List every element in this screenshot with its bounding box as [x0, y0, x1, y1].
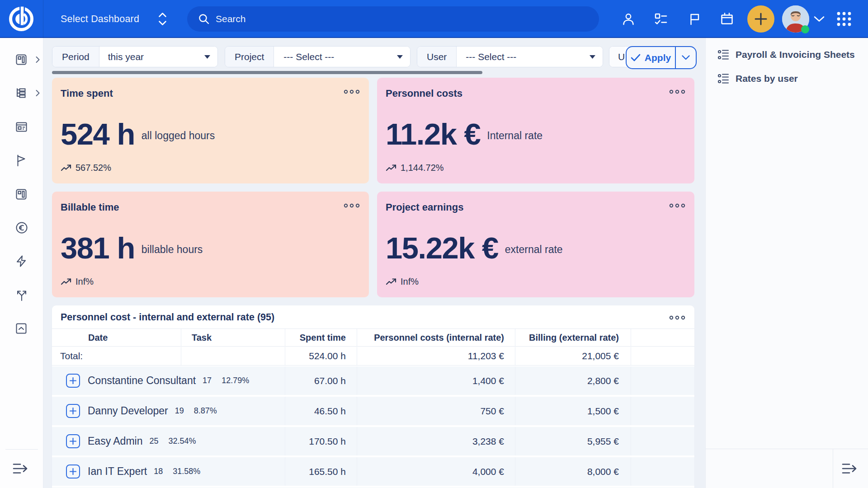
kpi-trend-value: Inf% — [75, 277, 94, 287]
column-header-date[interactable]: Date — [52, 329, 181, 346]
lightning-bolt-icon — [16, 255, 27, 267]
apply-button[interactable]: Apply — [627, 47, 676, 68]
row-empty-cell — [631, 366, 694, 395]
left-sidebar — [0, 38, 43, 488]
right-sidebar: Payroll & Invoicing Sheets Rates by user — [705, 38, 868, 488]
dashboard-icon — [16, 54, 27, 65]
app-logo-icon[interactable] — [7, 5, 36, 33]
trend-up-icon — [61, 278, 72, 286]
period-filter[interactable]: Period this year — [52, 46, 218, 67]
sidebar-item-quick-actions[interactable] — [0, 250, 43, 272]
sidebar-item-boards[interactable] — [0, 183, 43, 205]
horizontal-scrollbar[interactable] — [52, 71, 482, 74]
table-row: Danny Developer 19 8.87% 46.50 h 750 € 1… — [52, 397, 694, 425]
caret-down-icon — [397, 55, 403, 59]
kpi-menu-dots-icon[interactable] — [669, 89, 687, 95]
chevron-right-icon — [35, 56, 40, 63]
plus-icon — [70, 468, 76, 475]
row-user-name[interactable]: Danny Developer — [88, 405, 168, 417]
row-percent: 12.79% — [222, 376, 249, 385]
sidebar-item-project-tree[interactable] — [0, 82, 43, 104]
kpi-card-personnel-costs: Personnel costs 11.2k € Internal rate 1,… — [377, 78, 694, 183]
row-user-name[interactable]: Ian IT Expert — [88, 465, 147, 478]
row-personnel-costs: 1,400 € — [357, 366, 515, 395]
project-filter[interactable]: Project --- Select --- — [225, 46, 410, 67]
expand-row-button[interactable] — [66, 404, 80, 418]
apply-options-button[interactable] — [676, 47, 696, 68]
kpi-card-project-earnings: Project earnings 15.22k € external rate … — [377, 192, 694, 297]
user-avatar[interactable] — [782, 5, 809, 33]
kpi-title: Project earnings — [386, 202, 463, 213]
kpi-caption: Internal rate — [487, 130, 542, 142]
row-billing: 8,000 € — [515, 457, 631, 486]
calendar-icon[interactable] — [721, 13, 733, 25]
period-filter-value: this year — [108, 52, 144, 62]
period-filter-label: Period — [52, 47, 99, 67]
row-spent-time: 170.50 h — [285, 427, 357, 455]
trend-up-icon — [61, 164, 72, 172]
row-task-count: 18 — [154, 467, 163, 476]
period-filter-select[interactable]: this year — [99, 47, 217, 67]
table-menu-dots-icon[interactable] — [669, 315, 685, 320]
kpi-menu-dots-icon[interactable] — [344, 203, 362, 209]
row-spent-time: 67.00 h — [285, 366, 357, 395]
kpi-value: 11.2k € — [386, 119, 480, 149]
kpi-menu-dots-icon[interactable] — [669, 203, 687, 209]
kpi-trend-value: 567.52% — [75, 163, 111, 173]
project-filter-select[interactable]: --- Select --- — [274, 47, 410, 67]
sidebar-footer-divider — [5, 449, 38, 450]
column-header-billing[interactable]: Billing (external rate) — [515, 329, 631, 346]
apps-grid-icon[interactable] — [836, 11, 852, 27]
search-input[interactable]: Search — [187, 6, 599, 32]
sidebar-item-money[interactable] — [0, 217, 43, 239]
row-name-cell: Constantine Consultant 17 12.79% — [52, 366, 285, 395]
user-filter[interactable]: User --- Select --- — [417, 46, 603, 67]
sidebar-item-workflow[interactable] — [0, 284, 43, 306]
row-personnel-costs: 750 € — [357, 397, 515, 425]
expand-sidebar-button[interactable] — [13, 462, 30, 475]
add-new-button[interactable] — [747, 5, 774, 33]
kpi-title: Personnel costs — [386, 88, 462, 99]
kpi-title: Time spent — [61, 88, 113, 99]
column-header-spent-time[interactable]: Spent time — [285, 329, 357, 346]
apply-button-label: Apply — [645, 52, 671, 63]
kpi-card-time-spent: Time spent 524 h all logged hours 567.52… — [52, 78, 369, 183]
row-billing: 5,955 € — [515, 427, 631, 455]
row-name-cell: Easy Admin 25 32.54% — [52, 427, 285, 455]
avatar-menu-chevron-icon[interactable] — [814, 16, 825, 22]
sidebar-item-milestones[interactable] — [0, 150, 43, 171]
kpi-value: 524 h — [61, 119, 135, 149]
split-arrows-icon — [16, 289, 28, 301]
table-header-row: Date Task Spent time Personnel costs (in… — [52, 328, 694, 347]
expand-row-button[interactable] — [66, 434, 80, 448]
expand-row-button[interactable] — [66, 374, 80, 388]
flag-icon[interactable] — [688, 13, 700, 25]
row-percent: 8.87% — [194, 406, 217, 416]
column-header-personnel-costs[interactable]: Personnel costs (internal rate) — [357, 329, 515, 346]
collapse-sidebar-button[interactable] — [842, 462, 859, 475]
sidebar-item-payroll-invoicing[interactable]: Payroll & Invoicing Sheets — [706, 44, 868, 65]
total-spent-time: 524.00 h — [285, 347, 357, 365]
row-user-name[interactable]: Constantine Consultant — [88, 375, 196, 387]
sidebar-item-dashboards[interactable] — [0, 49, 43, 70]
expand-row-button[interactable] — [66, 465, 80, 479]
column-header-task[interactable]: Task — [181, 329, 285, 346]
topbar: Select Dashboard Search — [0, 0, 868, 38]
row-spent-time: 46.50 h — [285, 397, 357, 425]
sidebar-item-archive[interactable] — [0, 318, 43, 339]
sidebar-item-news[interactable] — [0, 116, 43, 138]
table-row: Easy Admin 25 32.54% 170.50 h 3,238 € 5,… — [52, 427, 694, 455]
kpi-menu-dots-icon[interactable] — [344, 89, 362, 95]
user-filter-select[interactable]: --- Select --- — [457, 47, 603, 67]
task-list-icon[interactable] — [655, 13, 667, 25]
chevron-right-icon — [35, 89, 40, 97]
dashboard-selector[interactable]: Select Dashboard — [61, 0, 167, 38]
kpi-value: 381 h — [61, 233, 135, 263]
dashboard-icon — [16, 189, 27, 200]
row-user-name[interactable]: Easy Admin — [88, 435, 142, 447]
truncated-filter-label: U — [609, 47, 625, 67]
sidebar-item-rates-by-user[interactable]: Rates by user — [706, 68, 868, 89]
kpi-card-billable-time: Billable time 381 h billable hours Inf% — [52, 192, 369, 297]
topbar-separator — [43, 0, 43, 38]
user-profile-icon[interactable] — [622, 13, 635, 25]
